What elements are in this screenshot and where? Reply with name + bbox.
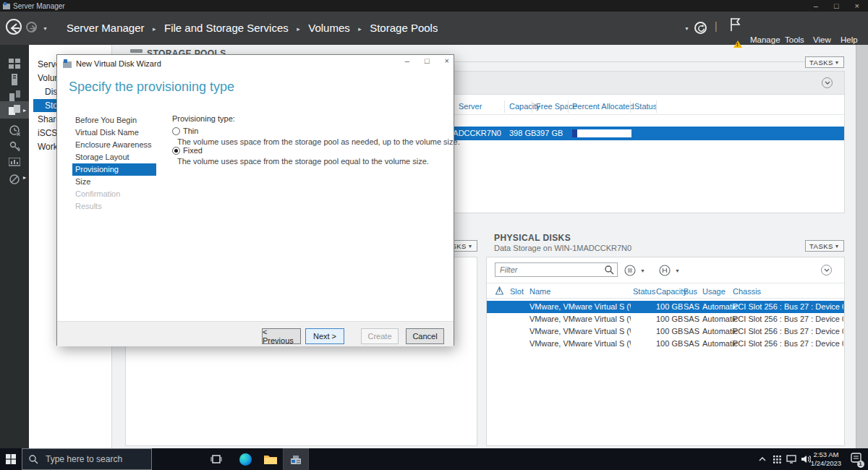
action-center-button[interactable]: 1 xyxy=(846,448,865,470)
navbar-caret-icon[interactable]: ▼ xyxy=(684,26,689,31)
grouping-icon xyxy=(659,265,671,276)
thin-description: The volume uses space from the storage p… xyxy=(177,137,460,146)
collapse-chevron-icon[interactable] xyxy=(822,77,833,88)
breadcrumb-storage-pools[interactable]: Storage Pools xyxy=(370,22,438,34)
wizard-step-confirmation: Confirmation xyxy=(72,188,156,200)
physical-disk-row[interactable]: VMware, VMware Virtual S (WIN-... 100 GB… xyxy=(487,301,844,313)
storage-pools-tasks-button[interactable]: TASKS▼ xyxy=(805,56,844,68)
disk-name: VMware, VMware Virtual S (WIN-... xyxy=(529,315,631,323)
rail-local-server-icon[interactable] xyxy=(0,71,29,88)
list-view-button[interactable]: ▼ xyxy=(624,264,653,277)
taskbar-clock[interactable]: 2:53 AM 1/24/2023 xyxy=(806,450,846,468)
physical-disks-panel: ▼ ▼ Slot Name Status Capacity Bus Usage … xyxy=(486,257,845,446)
menu-manage[interactable]: Manage xyxy=(750,35,780,44)
physical-disk-row[interactable]: VMware, VMware Virtual S (WIN-... 100 GB… xyxy=(487,338,844,350)
server-manager-taskbar-button[interactable] xyxy=(284,448,308,470)
rail-performance-icon[interactable] xyxy=(0,153,29,171)
list-icon xyxy=(624,265,636,276)
wizard-step-results: Results xyxy=(72,200,156,213)
column-header-status[interactable]: Status xyxy=(633,287,655,296)
wizard-maximize-button[interactable]: □ xyxy=(425,56,430,65)
physical-disk-row[interactable]: VMware, VMware Virtual S (WIN-... 100 GB… xyxy=(487,313,844,325)
column-header-bus[interactable]: Bus xyxy=(684,287,697,296)
wizard-step-provisioning[interactable]: Provisioning xyxy=(72,163,156,176)
wizard-minimize-button[interactable]: – xyxy=(405,56,409,65)
disk-bus: SAS xyxy=(684,327,699,336)
column-header-server[interactable]: Server xyxy=(459,102,482,111)
physical-disks-tasks-button[interactable]: TASKS▼ xyxy=(805,240,844,252)
column-header-usage[interactable]: Usage xyxy=(702,287,726,296)
column-header-chassis[interactable]: Chassis xyxy=(733,287,761,296)
breadcrumb-file-storage-services[interactable]: File and Storage Services xyxy=(164,22,289,34)
group-by-button[interactable]: ▼ xyxy=(659,264,688,277)
collapse-chevron-icon[interactable] xyxy=(821,265,832,275)
tray-chevron-up-icon[interactable] xyxy=(755,448,770,470)
menu-help[interactable]: Help xyxy=(841,35,858,44)
refresh-icon[interactable] xyxy=(694,22,707,34)
column-header-slot[interactable]: Slot xyxy=(510,287,524,296)
task-view-button[interactable] xyxy=(204,448,229,470)
taskbar-search-input[interactable] xyxy=(22,448,152,470)
column-header-name[interactable]: Name xyxy=(529,287,550,296)
wizard-step-before-you-begin[interactable]: Before You Begin xyxy=(72,114,156,127)
wizard-titlebar: New Virtual Disk Wizard – □ × xyxy=(57,55,454,72)
tasks-caret-icon: ▼ xyxy=(835,244,840,249)
back-icon[interactable] xyxy=(6,19,22,35)
disk-capacity: 100 GB xyxy=(656,327,683,336)
window-maximize-button[interactable]: □ xyxy=(834,1,839,10)
breadcrumb-server-manager[interactable]: Server Manager xyxy=(67,22,145,34)
percent-allocated-bar-fill xyxy=(572,129,577,137)
radio-fixed[interactable] xyxy=(172,147,180,155)
sidebar-icon-rail: ▸ ▸ xyxy=(0,45,29,448)
radio-thin[interactable] xyxy=(172,127,180,135)
percent-allocated-bar xyxy=(572,129,631,137)
wizard-step-virtual-disk-name[interactable]: Virtual Disk Name xyxy=(72,127,156,139)
column-header-status[interactable]: Status xyxy=(634,102,657,111)
vertical-scrollbar[interactable] xyxy=(856,45,868,448)
radio-fixed-label[interactable]: Fixed xyxy=(183,146,203,155)
start-button[interactable] xyxy=(0,448,22,470)
rail-file-storage-services-icon[interactable]: ▸ xyxy=(0,101,29,119)
cancel-button[interactable]: Cancel xyxy=(406,328,444,344)
new-virtual-disk-wizard-dialog: New Virtual Disk Wizard – □ × Specify th… xyxy=(56,54,454,346)
menu-tools[interactable]: Tools xyxy=(785,35,804,44)
menu-view[interactable]: View xyxy=(813,35,831,44)
filter-input[interactable] xyxy=(495,262,618,277)
rail-dashboard-icon[interactable] xyxy=(0,55,29,72)
breadcrumb-volumes[interactable]: Volumes xyxy=(308,22,350,34)
wizard-step-storage-layout[interactable]: Storage Layout xyxy=(72,151,156,163)
next-button[interactable]: Next > xyxy=(305,328,344,344)
file-explorer-button[interactable] xyxy=(258,448,283,470)
rail-bpa-icon[interactable]: ▸ xyxy=(0,171,29,188)
physical-disk-row[interactable]: VMware, VMware Virtual S (WIN-... 100 GB… xyxy=(487,325,844,338)
alert-column-icon[interactable] xyxy=(495,286,503,295)
rail-events-icon[interactable] xyxy=(0,121,29,139)
rail-security-key-icon[interactable] xyxy=(0,137,29,155)
disk-chassis: PCI Slot 256 : Bus 27 : Device 0 : Funct… xyxy=(733,302,843,311)
wizard-step-enclosure-awareness[interactable]: Enclosure Awareness xyxy=(72,139,156,151)
column-header-percent-allocated[interactable]: Percent Allocated xyxy=(572,102,634,111)
wizard-heading: Specify the provisioning type xyxy=(69,80,234,95)
notifications-flag-icon[interactable] xyxy=(729,17,742,32)
column-header-free-space[interactable]: Free Space xyxy=(536,102,577,111)
create-button[interactable]: Create xyxy=(361,328,399,344)
window-minimize-button[interactable]: – xyxy=(814,1,818,10)
tray-grid-icon[interactable] xyxy=(770,448,784,470)
disk-name: VMware, VMware Virtual S (WIN-... xyxy=(529,327,631,336)
column-header-capacity[interactable]: Capacity xyxy=(656,287,687,296)
edge-browser-button[interactable] xyxy=(233,448,258,470)
navbar-divider: | xyxy=(715,20,718,32)
radio-thin-label[interactable]: Thin xyxy=(183,127,198,135)
server-manager-screen: Server Manager – □ × ▼ Server Manager ▸ … xyxy=(0,0,868,470)
history-caret-icon[interactable]: ▼ xyxy=(43,26,48,31)
breadcrumb: Server Manager ▸ File and Storage Servic… xyxy=(67,12,438,45)
server-manager-app-icon xyxy=(3,2,10,9)
previous-button[interactable]: < Previous xyxy=(262,328,301,344)
pool-capacity: 398 GB xyxy=(509,129,536,137)
forward-icon[interactable] xyxy=(26,22,37,33)
window-close-button[interactable]: × xyxy=(855,1,859,10)
wizard-step-size[interactable]: Size xyxy=(72,176,156,188)
tray-display-icon[interactable] xyxy=(784,448,799,470)
tasks-caret-icon: ▼ xyxy=(835,60,840,65)
wizard-close-button[interactable]: × xyxy=(445,56,449,65)
